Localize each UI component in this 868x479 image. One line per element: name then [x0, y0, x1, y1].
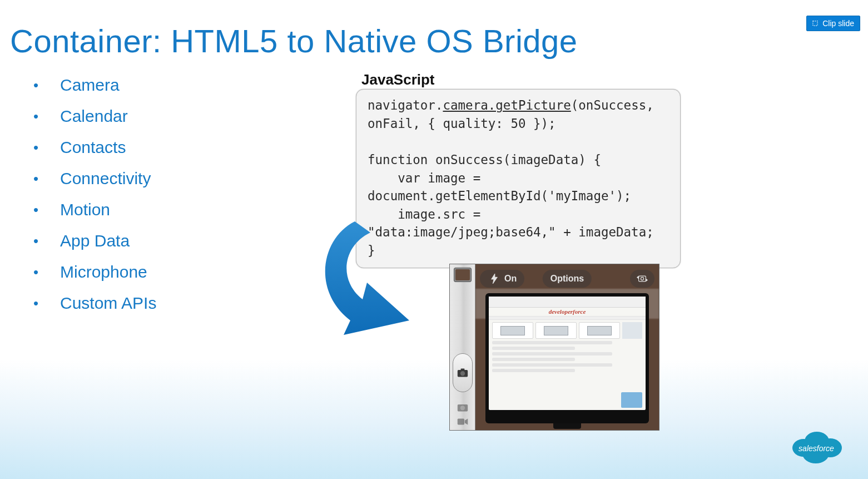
svg-point-8	[641, 277, 643, 280]
camera-mode-icons	[457, 402, 468, 427]
switch-camera-button	[630, 270, 654, 288]
camera-icon	[457, 368, 468, 378]
code-label: JavaScript	[361, 71, 435, 88]
still-camera-icon	[457, 402, 468, 412]
bullet-item: Connectivity	[33, 163, 156, 194]
svg-rect-0	[813, 21, 817, 26]
svg-point-5	[460, 406, 464, 410]
code-text: navigator.	[368, 98, 443, 112]
camera-viewfinder: On Options developerforce	[475, 264, 659, 430]
bullet-item: Camera	[33, 70, 156, 101]
options-button: Options	[543, 270, 592, 288]
bullet-item: Contacts	[33, 132, 156, 163]
bullet-item: Calendar	[33, 101, 156, 132]
slide-title: Container: HTML5 to Native OS Bridge	[10, 22, 578, 60]
arrow-icon	[311, 211, 456, 345]
bullet-item: App Data	[33, 225, 156, 256]
svg-text:salesforce: salesforce	[798, 444, 834, 453]
switch-camera-icon	[636, 274, 649, 284]
shutter-button	[453, 353, 473, 392]
svg-rect-7	[639, 276, 646, 282]
monitor-screen: developerforce	[489, 297, 646, 410]
camera-sidebar	[450, 264, 475, 430]
bullet-item: Custom APIs	[33, 288, 156, 319]
salesforce-logo: salesforce	[787, 426, 846, 467]
flash-toggle: On	[480, 270, 524, 288]
svg-point-2	[460, 371, 464, 376]
code-link: camera.getPicture	[443, 98, 571, 112]
flash-label: On	[504, 274, 517, 284]
slide: Clip slide Container: HTML5 to Native OS…	[0, 0, 868, 479]
bullet-list: Camera Calendar Contacts Connectivity Mo…	[33, 70, 156, 319]
webpage-header: developerforce	[489, 308, 646, 316]
svg-rect-6	[457, 419, 464, 425]
camera-last-photo-thumb	[454, 268, 472, 282]
clip-slide-button[interactable]: Clip slide	[806, 16, 860, 31]
clip-icon	[811, 19, 819, 27]
svg-rect-3	[460, 369, 464, 371]
bullet-item: Motion	[33, 194, 156, 225]
video-camera-icon	[457, 417, 468, 427]
clip-slide-label: Clip slide	[822, 19, 854, 28]
bullet-item: Microphone	[33, 256, 156, 288]
desktop-monitor: developerforce	[485, 293, 649, 423]
camera-app-image: On Options developerforce	[449, 264, 659, 431]
flash-icon	[488, 274, 501, 284]
options-label: Options	[550, 274, 584, 284]
